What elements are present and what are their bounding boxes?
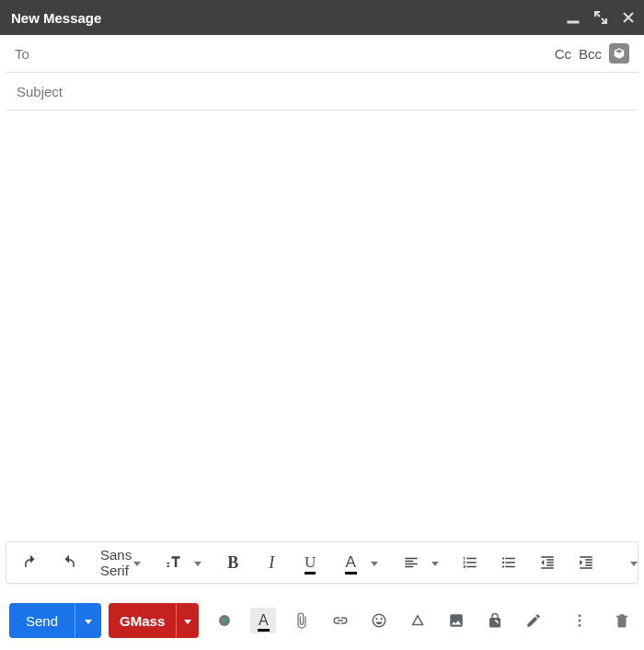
align-left-icon (393, 546, 430, 579)
bottom-right-icons (567, 608, 635, 633)
gmass-button[interactable]: GMass (109, 603, 199, 638)
chevron-down-icon (133, 562, 141, 566)
confidential-mode-icon[interactable] (482, 608, 508, 633)
chevron-down-icon (431, 562, 439, 566)
bulleted-list-button[interactable] (490, 546, 527, 579)
text-color-icon: A (332, 546, 369, 579)
bold-button[interactable]: B (214, 546, 251, 579)
bcc-link[interactable]: Bcc (579, 46, 602, 62)
font-family-picker[interactable]: Sans Serif (98, 547, 143, 578)
window-controls (567, 11, 635, 24)
chevron-down-icon (184, 620, 191, 624)
svg-rect-0 (568, 21, 579, 23)
to-right-actions: Cc Bcc (555, 43, 629, 64)
fullscreen-icon[interactable] (594, 11, 607, 24)
font-size-icon (155, 546, 192, 579)
to-label: To (15, 46, 29, 62)
underline-button[interactable]: U (292, 546, 328, 579)
indent-more-button[interactable] (568, 546, 604, 579)
formatting-toolbar: Sans Serif B I U A (6, 541, 638, 584)
redo-button[interactable] (51, 546, 87, 579)
gmass-button-main[interactable]: GMass (109, 603, 176, 638)
chevron-down-icon (85, 620, 92, 624)
text-formatting-toggle[interactable]: A (250, 608, 276, 633)
indent-less-button[interactable] (529, 546, 566, 579)
undo-button[interactable] (12, 546, 49, 579)
send-button-main[interactable]: Send (9, 603, 75, 638)
send-button[interactable]: Send (9, 603, 101, 638)
text-color-picker[interactable]: A (330, 546, 380, 579)
font-family-label: Sans Serif (100, 547, 132, 578)
close-icon[interactable] (622, 11, 635, 24)
insert-drive-icon[interactable] (405, 608, 431, 633)
attach-file-icon[interactable] (289, 608, 315, 633)
tracking-indicator-icon[interactable] (212, 608, 237, 633)
insert-link-icon[interactable] (328, 608, 353, 633)
more-options-icon[interactable] (567, 608, 592, 633)
font-size-picker[interactable] (154, 546, 203, 579)
cc-link[interactable]: Cc (555, 46, 571, 62)
gmass-recipient-icon[interactable] (609, 43, 629, 64)
align-picker[interactable] (391, 546, 441, 579)
subject-row (6, 73, 638, 110)
more-formatting-button[interactable] (615, 546, 644, 579)
svg-point-3 (579, 614, 581, 617)
compose-titlebar: New Message (0, 0, 644, 35)
numbered-list-button[interactable] (452, 546, 489, 579)
to-row: To Cc Bcc (6, 35, 638, 73)
insert-photo-icon[interactable] (443, 608, 469, 633)
chevron-down-icon (371, 562, 378, 566)
message-body[interactable] (0, 110, 644, 541)
send-options-dropdown[interactable] (75, 603, 101, 638)
discard-draft-icon[interactable] (609, 608, 635, 633)
bottom-action-bar: Send GMass A (0, 591, 644, 650)
chevron-down-icon (630, 562, 638, 566)
window-title: New Message (11, 10, 567, 26)
to-input[interactable] (39, 45, 555, 63)
svg-point-2 (222, 618, 227, 623)
insert-signature-icon[interactable] (521, 608, 546, 633)
insert-emoji-icon[interactable] (366, 608, 392, 633)
svg-point-4 (579, 620, 581, 622)
compose-action-icons: A (212, 608, 546, 633)
subject-input[interactable] (15, 83, 629, 100)
svg-point-5 (579, 624, 581, 627)
italic-button[interactable]: I (253, 546, 290, 579)
gmass-options-dropdown[interactable] (176, 603, 199, 638)
chevron-down-icon (194, 562, 201, 566)
minimize-icon[interactable] (567, 11, 580, 24)
